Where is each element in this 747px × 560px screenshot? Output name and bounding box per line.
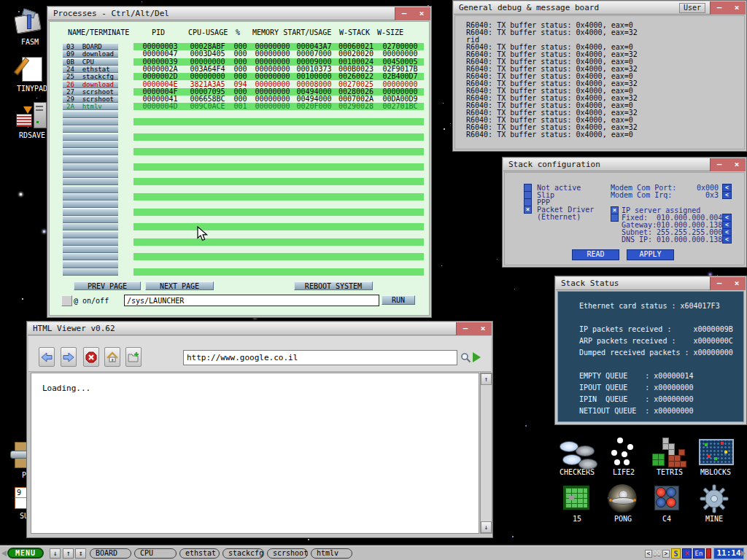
terminate-button-empty[interactable] bbox=[63, 133, 118, 141]
terminate-button-empty[interactable] bbox=[63, 178, 118, 185]
terminate-button-cpu[interactable]: 0B CPU bbox=[63, 58, 118, 66]
taskbar-window-button-htmlv[interactable]: htmlv bbox=[311, 548, 352, 559]
scroll-up-button[interactable]: ↑ bbox=[481, 373, 492, 385]
terminate-button-empty[interactable] bbox=[63, 223, 118, 230]
cpu-prev-button[interactable]: < bbox=[645, 550, 652, 558]
minimize-icon[interactable]: – bbox=[463, 322, 468, 335]
close-icon[interactable]: × bbox=[419, 7, 425, 20]
taskbar-window-button-stackcfg[interactable]: stackcfg bbox=[222, 548, 264, 559]
clock[interactable]: 11:14 bbox=[713, 548, 744, 559]
menu-button[interactable]: MENU bbox=[7, 548, 44, 559]
speaker-badge[interactable]: S bbox=[671, 548, 681, 559]
terminate-button-empty[interactable] bbox=[63, 216, 118, 223]
terminate-button-board[interactable]: 03 BOARD bbox=[63, 43, 118, 50]
terminate-button-empty[interactable] bbox=[63, 156, 118, 163]
minimize-icon[interactable]: – bbox=[717, 1, 722, 15]
desktop-icon-mine[interactable]: MINE bbox=[693, 484, 735, 524]
launcher-path-input[interactable] bbox=[124, 295, 379, 306]
minimize-icon[interactable]: – bbox=[717, 158, 722, 171]
desktop-icon-c4[interactable]: C4 bbox=[646, 484, 688, 524]
window-down-button[interactable]: ↓ bbox=[50, 548, 61, 559]
close-icon[interactable]: × bbox=[481, 322, 486, 335]
terminate-button-empty[interactable] bbox=[63, 253, 118, 260]
taskbar-collapse-left-icon[interactable] bbox=[1, 551, 7, 556]
search-icon[interactable] bbox=[460, 352, 471, 363]
go-icon[interactable] bbox=[473, 352, 481, 362]
close-icon[interactable]: × bbox=[735, 277, 740, 290]
minimize-icon[interactable]: – bbox=[402, 7, 407, 20]
close-icon[interactable]: × bbox=[735, 1, 740, 15]
terminate-button-empty[interactable] bbox=[63, 163, 118, 171]
scroll-down-button[interactable]: ↓ bbox=[481, 521, 492, 533]
taskbar-window-button-scrshoot[interactable]: scrshoot bbox=[267, 548, 308, 559]
terminate-button-empty[interactable] bbox=[63, 209, 118, 216]
terminate-button-empty[interactable] bbox=[63, 111, 118, 118]
back-button[interactable] bbox=[39, 347, 55, 367]
desktop-icon-tetris[interactable]: TETRIS bbox=[649, 438, 691, 477]
taskbar-window-button-BOARD[interactable]: BOARD bbox=[90, 548, 131, 559]
terminate-button-empty[interactable] bbox=[63, 268, 118, 276]
home-button[interactable] bbox=[104, 347, 120, 367]
cpu-next-button[interactable]: > bbox=[662, 550, 670, 558]
user-button[interactable]: User bbox=[679, 3, 705, 13]
checkbox-packet-driver[interactable]: × bbox=[524, 206, 532, 214]
url-input[interactable] bbox=[183, 350, 457, 365]
minimize-icon[interactable]: – bbox=[717, 277, 722, 290]
terminate-button-empty[interactable] bbox=[63, 141, 118, 148]
modem-irq-stepper-button[interactable]: < bbox=[722, 191, 732, 199]
browser-content[interactable]: Loading... bbox=[31, 373, 479, 534]
terminate-button-stackcfg[interactable]: 25 stackcfg bbox=[63, 73, 118, 80]
processes-titlebar[interactable]: Processes - Ctrl/Alt/Del bbox=[48, 7, 430, 20]
new-page-button[interactable] bbox=[125, 347, 142, 367]
next-page-button[interactable]: NEXT PAGE bbox=[145, 281, 214, 290]
terminate-button-empty[interactable] bbox=[63, 148, 118, 155]
terminate-button-download[interactable]: 09 download bbox=[63, 50, 118, 58]
terminate-button-empty[interactable] bbox=[63, 246, 118, 253]
taskbar-window-button-ethstat[interactable]: ethstat bbox=[179, 548, 220, 559]
terminate-button-empty[interactable] bbox=[63, 231, 118, 238]
cell-pid: 00000047 bbox=[133, 50, 187, 58]
mute-icon[interactable]: × bbox=[682, 548, 692, 559]
checkbox-fixed-ip[interactable] bbox=[611, 214, 619, 222]
cell-pid: 0000004E bbox=[133, 81, 187, 88]
desktop-icon-checkers[interactable]: CHECKERS bbox=[556, 438, 598, 477]
desktop-icon-mblocks[interactable]: MBLOCKS bbox=[694, 438, 737, 477]
terminate-button-empty[interactable] bbox=[63, 171, 118, 178]
forward-button[interactable] bbox=[61, 347, 77, 367]
stop-button[interactable] bbox=[83, 347, 99, 367]
cell-mem: 00000000 bbox=[252, 73, 293, 80]
terminate-button-empty[interactable] bbox=[63, 186, 118, 193]
reboot-system-button[interactable]: REBOOT SYSTEM bbox=[294, 281, 373, 290]
window-updown-button[interactable]: ↕ bbox=[75, 548, 86, 559]
terminate-button-ethstat[interactable]: 24 ethstat bbox=[63, 66, 118, 73]
ip-field-edit-button[interactable]: < bbox=[722, 236, 732, 244]
launcher-onoff-checkbox[interactable] bbox=[61, 295, 72, 306]
terminate-button-download[interactable]: 26 download bbox=[63, 81, 118, 88]
desktop-icon-life2[interactable]: LIFE2 bbox=[603, 438, 645, 477]
desktop-icon-15[interactable]: 15 bbox=[556, 484, 598, 524]
read-button[interactable]: READ bbox=[572, 249, 619, 260]
terminate-button-empty[interactable] bbox=[63, 193, 118, 201]
prev-page-button[interactable]: PREV PAGE bbox=[74, 281, 141, 290]
terminate-button-empty[interactable] bbox=[63, 238, 118, 246]
taskbar-expand-right-icon[interactable] bbox=[741, 551, 746, 556]
run-button[interactable]: RUN bbox=[382, 295, 415, 305]
cell-pct: 000 bbox=[228, 50, 252, 58]
process-row-stripe bbox=[133, 133, 424, 141]
apply-button[interactable]: APPLY bbox=[627, 249, 674, 260]
close-icon[interactable]: × bbox=[735, 158, 740, 171]
terminate-button-scrshoot[interactable]: 29 scrshoot bbox=[63, 96, 118, 103]
desktop-icon-pong[interactable]: PONG bbox=[602, 484, 644, 524]
terminate-button-empty[interactable] bbox=[63, 261, 118, 268]
taskbar-window-button-CPU[interactable]: CPU bbox=[134, 548, 177, 559]
desktop-icon-fasm[interactable]: FASM bbox=[9, 9, 50, 47]
window-up-button[interactable]: ↑ bbox=[63, 548, 74, 559]
vertical-scrollbar[interactable]: ↑ ↓ bbox=[480, 373, 492, 534]
keyboard-layout-badge[interactable]: En bbox=[693, 548, 705, 559]
terminate-button-empty[interactable] bbox=[63, 118, 118, 125]
terminate-button-htmlv[interactable]: 2A htmlv bbox=[63, 103, 118, 110]
terminate-button-empty[interactable] bbox=[63, 125, 118, 133]
terminate-button-empty[interactable] bbox=[63, 201, 118, 208]
html-viewer-titlebar[interactable]: HTML Viewer v0.62 bbox=[28, 322, 492, 335]
terminate-button-scrshoot[interactable]: 27 scrshoot bbox=[63, 88, 118, 96]
